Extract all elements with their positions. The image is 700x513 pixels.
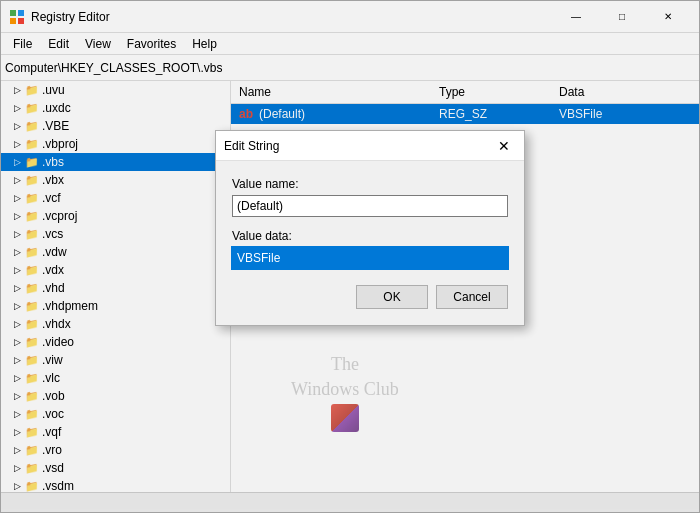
dialog-overlay: Edit String ✕ Value name: Value data: OK… xyxy=(0,0,700,513)
ok-button[interactable]: OK xyxy=(356,285,428,309)
dialog-titlebar: Edit String ✕ xyxy=(216,131,524,161)
dialog-close-button[interactable]: ✕ xyxy=(492,134,516,158)
registry-editor-window: Registry Editor — □ ✕ File Edit View Fav… xyxy=(0,0,700,513)
edit-string-dialog: Edit String ✕ Value name: Value data: OK… xyxy=(215,130,525,326)
value-name-input[interactable] xyxy=(232,195,508,217)
value-data-input[interactable] xyxy=(232,247,508,269)
value-name-label: Value name: xyxy=(232,177,508,191)
value-data-label: Value data: xyxy=(232,229,508,243)
cancel-button[interactable]: Cancel xyxy=(436,285,508,309)
dialog-title: Edit String xyxy=(224,139,279,153)
dialog-body: Value name: Value data: OK Cancel xyxy=(216,161,524,325)
dialog-buttons: OK Cancel xyxy=(232,285,508,309)
